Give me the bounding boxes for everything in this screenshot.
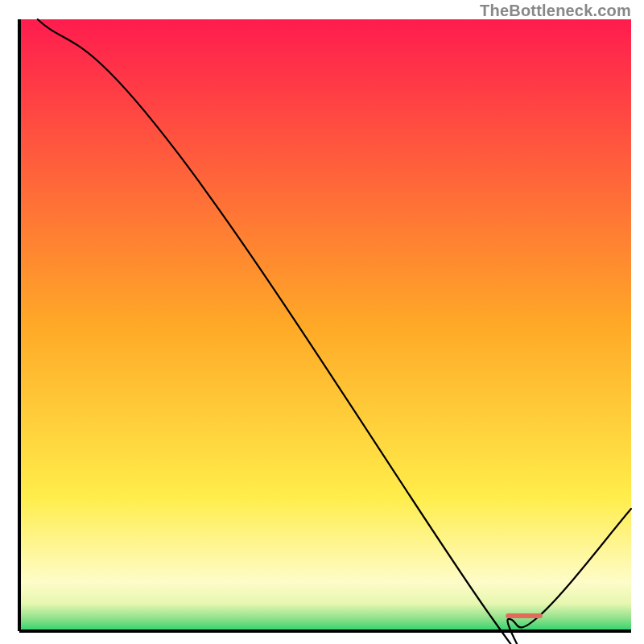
- watermark-text: TheBottleneck.com: [480, 2, 631, 20]
- annotation-marker: [506, 613, 543, 618]
- chart-container: [0, 0, 644, 644]
- chart-svg: [0, 0, 644, 644]
- plot-background: [19, 19, 631, 631]
